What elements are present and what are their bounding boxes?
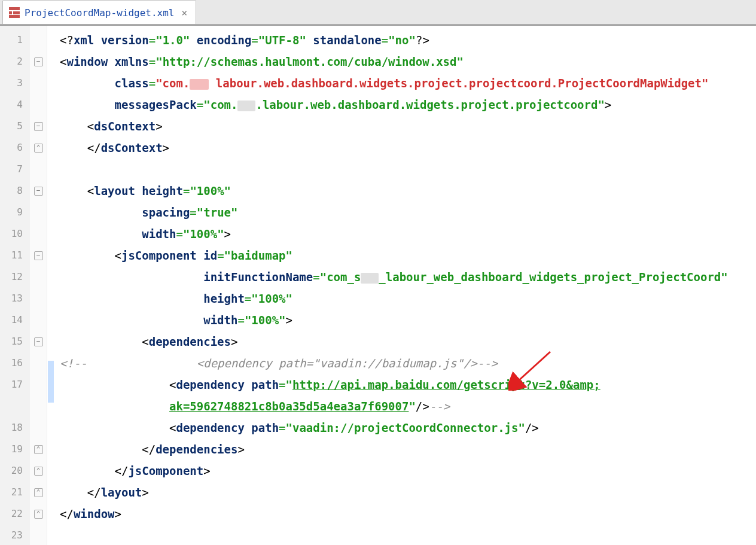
fold-toggle[interactable]: − <box>34 122 43 131</box>
fold-toggle[interactable]: − <box>34 57 43 66</box>
code-line[interactable]: <window xmlns="http://schemas.haulmont.c… <box>60 51 756 72</box>
code-line[interactable]: class="com. labour.web.dashboard.widgets… <box>60 72 756 94</box>
change-marker <box>48 361 54 403</box>
tab-title: ProjectCoordMap-widget.xml <box>25 7 174 19</box>
code-line[interactable]: <dsContext> <box>60 115 756 137</box>
fold-end: ⌃ <box>34 488 43 497</box>
svg-line-0 <box>517 352 550 382</box>
close-icon[interactable]: × <box>179 7 190 19</box>
code-line[interactable]: <dependency path="vaadin://projectCoordC… <box>60 417 756 439</box>
code-line[interactable]: messagesPack="com..labour.web.dashboard.… <box>60 94 756 115</box>
fold-toggle[interactable]: − <box>34 337 43 346</box>
redacted-text <box>237 101 255 111</box>
fold-gutter: − − ⌃ − − − ⌃ ⌃ ⌃ ⌃ <box>30 26 47 545</box>
code-line[interactable]: </dsContext> <box>60 137 756 159</box>
code-editor[interactable]: 1 2 3 4 5 6 7 8 9 10 11 12 13 14 15 16 1… <box>0 25 756 545</box>
file-tab[interactable]: ProjectCoordMap-widget.xml × <box>2 1 196 24</box>
code-line[interactable]: spacing="true" <box>60 202 756 223</box>
code-line[interactable]: <dependencies> <box>60 331 756 352</box>
fold-toggle[interactable]: − <box>34 251 43 260</box>
code-line[interactable]: <?xml version="1.0" encoding="UTF-8" sta… <box>60 29 756 51</box>
code-line[interactable]: ak=5962748821c8b0a35d5a4ea3a7f69007"/>--… <box>60 395 756 417</box>
redacted-text <box>361 273 379 284</box>
code-line[interactable]: width="100%"> <box>60 223 756 245</box>
fold-end: ⌃ <box>34 445 43 454</box>
code-line[interactable]: <dependency path="http://api.map.baidu.c… <box>60 374 756 395</box>
code-line[interactable]: <!-- <dependency path="vaadin://baidumap… <box>60 352 756 374</box>
fold-toggle[interactable]: − <box>34 187 43 196</box>
fold-end: ⌃ <box>34 510 43 519</box>
code-line[interactable]: width="100%"> <box>60 309 756 331</box>
code-line[interactable]: <jsComponent id="baidumap" <box>60 245 756 266</box>
line-number-gutter: 1 2 3 4 5 6 7 8 9 10 11 12 13 14 15 16 1… <box>0 26 31 545</box>
fold-end: ⌃ <box>34 467 43 476</box>
redacted-text <box>190 79 209 90</box>
code-line[interactable]: </jsComponent> <box>60 460 756 482</box>
code-line[interactable]: <layout height="100%" <box>60 180 756 202</box>
tab-bar: ProjectCoordMap-widget.xml × <box>0 0 756 25</box>
code-line[interactable]: </layout> <box>60 482 756 503</box>
xml-file-icon <box>9 7 20 18</box>
code-line[interactable] <box>60 159 756 180</box>
code-line[interactable]: height="100%" <box>60 288 756 309</box>
code-line[interactable]: initFunctionName="com_s_labour_web_dashb… <box>60 266 756 288</box>
code-line[interactable]: </dependencies> <box>60 439 756 460</box>
code-line[interactable]: </window> <box>60 503 756 525</box>
fold-end: ⌃ <box>34 144 43 153</box>
code-area[interactable]: <?xml version="1.0" encoding="UTF-8" sta… <box>60 26 756 545</box>
code-line-current[interactable] <box>60 525 756 545</box>
annotation-arrow-icon <box>508 349 556 391</box>
